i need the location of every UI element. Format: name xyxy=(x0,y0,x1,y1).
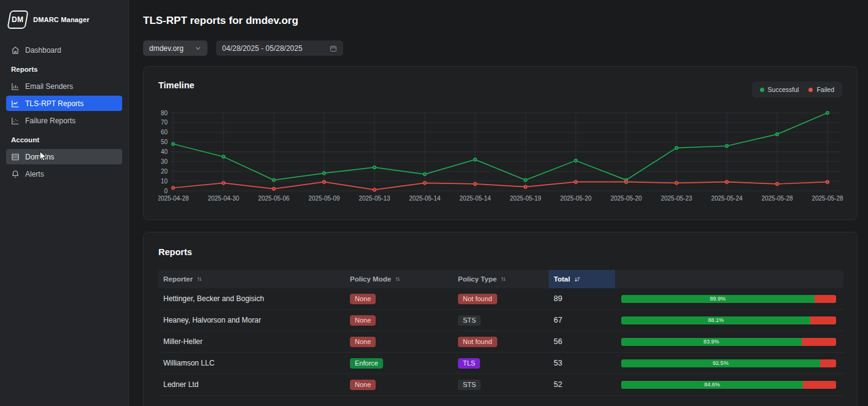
table-row[interactable]: Heaney, Halvorson and MorarNoneSTS6788.1… xyxy=(158,310,843,331)
success-ratio-cell: 83.9% xyxy=(615,338,843,346)
policy-mode-cell: None xyxy=(345,294,453,304)
policy-type-cell: STS xyxy=(453,315,549,326)
svg-text:40: 40 xyxy=(161,148,168,155)
success-ratio-bar: 92.5% xyxy=(621,359,836,367)
chevron-down-icon xyxy=(195,45,201,52)
sidebar-item-tls-rpt-reports[interactable]: TLS-RPT Reports xyxy=(6,96,122,111)
policy-type-badge: Not found xyxy=(458,337,497,347)
success-ratio-bar: 88.1% xyxy=(621,316,836,324)
policy-type-badge: STS xyxy=(458,315,481,326)
failed-segment xyxy=(802,338,836,346)
policy-mode-badge: Enforce xyxy=(350,358,383,369)
svg-text:2025-05-24: 2025-05-24 xyxy=(711,195,743,202)
column-header-chart xyxy=(615,270,843,288)
reporter-cell: Ledner Ltd xyxy=(158,380,345,389)
date-range-input[interactable]: 04/28/2025 - 05/28/2025 xyxy=(216,40,343,56)
policy-type-cell: Not found xyxy=(453,337,549,347)
policy-type-cell: Not found xyxy=(453,294,549,304)
table-row[interactable]: Miller-HellerNoneNot found5683.9% xyxy=(158,331,843,353)
sidebar-item-email-senders[interactable]: Email Senders xyxy=(6,79,122,94)
svg-text:60: 60 xyxy=(161,129,168,136)
success-ratio-cell: 84.6% xyxy=(615,381,843,389)
policy-mode-badge: None xyxy=(350,315,376,326)
table-row[interactable]: Ledner LtdNoneSTS5284.6% xyxy=(158,374,843,396)
reports-title: Reports xyxy=(158,247,842,257)
sidebar-item-label: TLS-RPT Reports xyxy=(25,99,83,108)
legend-item-failed[interactable]: Failed xyxy=(808,86,834,93)
sidebar-item-label: Dashboard xyxy=(25,46,61,55)
chart-legend: Successful Failed xyxy=(752,82,842,98)
main-content: TLS-RPT reports for dmdev.org dmdev.org … xyxy=(129,0,868,406)
success-segment: 92.5% xyxy=(621,359,820,367)
success-segment: 89.9% xyxy=(621,295,815,303)
legend-item-successful[interactable]: Successful xyxy=(760,86,799,93)
app-name: DMARC Manager xyxy=(33,16,90,23)
success-segment: 84.6% xyxy=(621,381,803,389)
table-row[interactable]: Williamson LLCEnforceTLS5392.5% xyxy=(158,353,843,374)
svg-text:80: 80 xyxy=(161,110,168,117)
bell-icon xyxy=(11,170,20,178)
column-header-reporter[interactable]: Reporter xyxy=(158,270,345,288)
sidebar-item-label: Failure Reports xyxy=(25,117,76,125)
total-cell: 53 xyxy=(549,359,615,367)
legend-label: Successful xyxy=(768,86,799,93)
svg-text:2025-05-20: 2025-05-20 xyxy=(610,195,642,202)
policy-mode-cell: None xyxy=(345,380,453,390)
reporter-cell: Williamson LLC xyxy=(158,359,345,367)
sidebar-item-failure-reports[interactable]: Failure Reports xyxy=(6,113,122,128)
svg-text:2025-05-23: 2025-05-23 xyxy=(661,195,692,202)
line-chart: 010203040506070802025-04-282025-04-30202… xyxy=(158,107,843,205)
table-row[interactable]: Hettinger, Becker and BogisichNoneNot fo… xyxy=(158,288,843,310)
sidebar-nav: Dashboard Reports Email Senders TLS-RPT … xyxy=(0,37,128,182)
sidebar-section-reports: Reports xyxy=(11,66,117,73)
sort-icon xyxy=(500,276,506,282)
sidebar-item-dashboard[interactable]: Dashboard xyxy=(6,42,122,58)
total-cell: 52 xyxy=(549,380,615,389)
reports-table: Reporter Policy Mode Policy Type Total H… xyxy=(158,270,843,396)
sidebar: DM DMARC Manager Dashboard Reports Email… xyxy=(0,0,129,406)
sort-desc-icon xyxy=(574,276,581,283)
reporter-cell: Hettinger, Becker and Bogisich xyxy=(158,294,345,303)
filters-bar: dmdev.org 04/28/2025 - 05/28/2025 xyxy=(143,40,858,56)
timeline-title: Timeline xyxy=(158,80,842,90)
legend-label: Failed xyxy=(816,86,834,93)
svg-text:2025-05-13: 2025-05-13 xyxy=(358,195,390,202)
success-segment: 83.9% xyxy=(621,338,802,346)
success-ratio-bar: 84.6% xyxy=(621,381,836,389)
svg-text:2025-05-19: 2025-05-19 xyxy=(510,195,541,202)
sort-icon xyxy=(196,276,203,282)
column-header-total[interactable]: Total xyxy=(549,270,615,288)
column-header-policy-type[interactable]: Policy Type xyxy=(453,270,549,288)
sidebar-item-domains[interactable]: Domains xyxy=(6,149,122,164)
table-body: Hettinger, Becker and BogisichNoneNot fo… xyxy=(158,288,843,396)
success-ratio-cell: 88.1% xyxy=(615,316,843,324)
policy-type-badge: TLS xyxy=(458,358,480,369)
sidebar-item-label: Email Senders xyxy=(25,82,73,91)
failed-segment xyxy=(810,316,836,324)
policy-mode-cell: None xyxy=(345,315,453,326)
svg-text:10: 10 xyxy=(161,178,168,185)
success-ratio-cell: 92.5% xyxy=(615,359,843,367)
reporter-cell: Miller-Heller xyxy=(158,337,345,346)
svg-text:2025-05-28: 2025-05-28 xyxy=(761,195,793,202)
svg-text:2025-04-30: 2025-04-30 xyxy=(207,195,239,202)
success-ratio-bar: 89.9% xyxy=(621,295,836,303)
failed-segment xyxy=(820,359,836,367)
scatter-chart-icon xyxy=(11,117,20,125)
policy-type-badge: STS xyxy=(458,380,481,390)
policy-mode-badge: None xyxy=(350,380,376,390)
policy-type-badge: Not found xyxy=(458,294,497,304)
sidebar-item-alerts[interactable]: Alerts xyxy=(6,166,122,182)
domain-select[interactable]: dmdev.org xyxy=(143,40,207,56)
column-header-policy-mode[interactable]: Policy Mode xyxy=(345,270,453,288)
table-header-row: Reporter Policy Mode Policy Type Total xyxy=(158,270,843,288)
policy-type-cell: STS xyxy=(453,380,549,390)
policy-mode-badge: None xyxy=(350,294,376,304)
success-ratio-cell: 89.9% xyxy=(615,295,843,303)
policy-mode-cell: Enforce xyxy=(345,358,453,369)
legend-dot-successful xyxy=(760,88,764,92)
svg-text:2025-05-20: 2025-05-20 xyxy=(560,195,592,202)
failed-segment xyxy=(803,381,836,389)
dm-logo-icon: DM xyxy=(7,10,28,29)
home-icon xyxy=(11,46,20,55)
